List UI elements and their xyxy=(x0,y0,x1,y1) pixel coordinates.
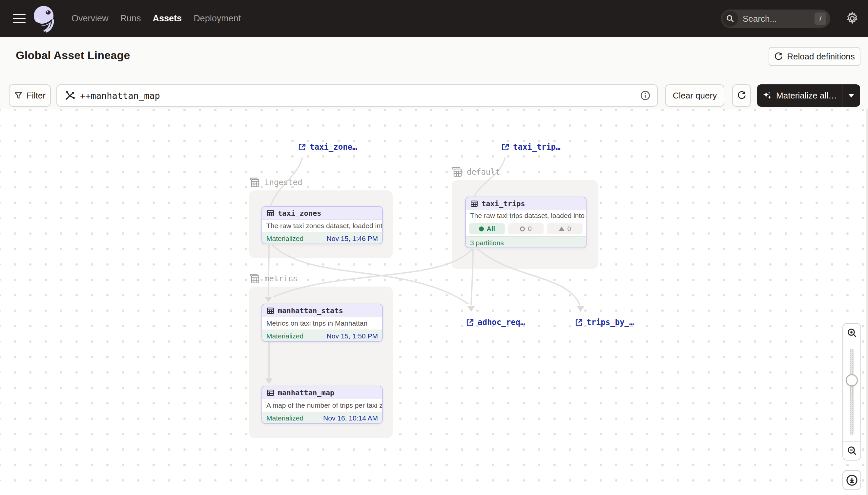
asset-description: The raw taxi trips dataset, loaded into … xyxy=(466,210,586,221)
refresh-graph-button[interactable] xyxy=(732,84,751,107)
table-icon xyxy=(470,200,478,208)
asset-selection-value: ++manhattan_map xyxy=(80,90,635,101)
filter-funnel-icon xyxy=(14,91,23,100)
missing-ring-icon xyxy=(520,226,525,232)
group-name: metrics xyxy=(264,274,298,283)
external-asset-label: taxi_zone… xyxy=(310,142,357,152)
clear-query-button[interactable]: Clear query xyxy=(665,84,724,107)
materialized-status: Materialized xyxy=(266,235,303,243)
asset-node-taxi-trips[interactable]: taxi_trips The raw taxi trips dataset, l… xyxy=(465,197,587,248)
asset-description: A map of the number of trips per taxi z.… xyxy=(262,399,382,412)
search-shortcut-badge: / xyxy=(815,13,826,25)
lineage-graph-canvas[interactable] xyxy=(0,109,868,495)
filter-button[interactable]: Filter xyxy=(9,84,51,107)
group-table-icon xyxy=(249,176,261,188)
materialized-status: Materialized xyxy=(266,414,303,422)
table-icon xyxy=(266,389,274,397)
search-input[interactable]: Search... / xyxy=(721,10,830,28)
search-placeholder: Search... xyxy=(743,14,815,24)
reload-definitions-button[interactable]: Reload definitions xyxy=(768,47,861,66)
info-icon[interactable] xyxy=(640,90,651,101)
asset-title: manhattan_map xyxy=(278,389,334,397)
zoom-slider-handle[interactable] xyxy=(846,374,858,386)
zoom-out-button[interactable] xyxy=(843,441,861,460)
external-link-icon xyxy=(501,143,510,151)
asset-node-header: manhattan_stats xyxy=(262,304,382,317)
group-label-metrics[interactable]: metrics xyxy=(249,273,298,285)
asset-node-taxi-zones[interactable]: taxi_zones The raw taxi zones dataset, l… xyxy=(262,206,383,244)
materialize-options-dropdown[interactable] xyxy=(843,94,860,98)
sparkles-icon xyxy=(762,90,772,100)
menu-hamburger-icon[interactable] xyxy=(13,12,26,25)
external-asset-label: taxi_trip… xyxy=(513,142,561,152)
group-label-ingested[interactable]: ingested xyxy=(249,176,302,188)
zoom-out-icon xyxy=(847,445,857,456)
materialized-timestamp: Nov 16, 10:14 AM xyxy=(323,414,378,422)
asset-node-header: manhattan_map xyxy=(262,386,382,399)
nav-item-runs[interactable]: Runs xyxy=(120,14,141,24)
page-header: Global Asset Lineage Reload definitions … xyxy=(0,37,868,109)
vertical-scrollbar[interactable] xyxy=(866,109,868,495)
asset-node-footer: 3 partitions xyxy=(466,236,586,248)
external-link-icon xyxy=(298,143,306,151)
external-asset-trips-by[interactable]: trips_by_… xyxy=(575,318,634,327)
materialize-all-button[interactable]: Materialize all… xyxy=(757,84,860,107)
asset-node-footer: Materialized Nov 15, 1:50 PM xyxy=(262,329,382,342)
page-title: Global Asset Lineage xyxy=(16,49,130,62)
external-asset-adhoc-req[interactable]: adhoc_req… xyxy=(466,318,525,327)
zoom-controls xyxy=(843,323,861,461)
partitions-missing-badge[interactable]: 0 xyxy=(508,223,544,234)
asset-node-manhattan-map[interactable]: manhattan_map A map of the number of tri… xyxy=(262,386,383,424)
graph-query-icon xyxy=(64,90,75,101)
asset-node-footer: Materialized Nov 15, 1:46 PM xyxy=(262,232,382,244)
reload-definitions-label: Reload definitions xyxy=(787,52,855,62)
search-icon xyxy=(722,11,738,27)
group-table-icon xyxy=(451,166,463,178)
asset-title: taxi_zones xyxy=(278,209,321,217)
materialize-all-label: Materialize all… xyxy=(776,90,837,101)
primary-nav: Overview Runs Assets Deployment xyxy=(72,0,241,37)
chevron-down-icon xyxy=(848,94,854,98)
external-asset-label: adhoc_req… xyxy=(478,318,525,327)
dagster-logo-icon[interactable] xyxy=(33,5,56,33)
asset-node-footer: Materialized Nov 16, 10:14 AM xyxy=(262,412,382,424)
materialize-all-main[interactable]: Materialize all… xyxy=(757,90,842,101)
top-navigation-bar: Overview Runs Assets Deployment Search..… xyxy=(0,0,868,37)
nav-item-deployment[interactable]: Deployment xyxy=(194,14,241,24)
clear-query-label: Clear query xyxy=(673,90,717,101)
asset-node-header: taxi_trips xyxy=(466,197,586,210)
badge-label: 0 xyxy=(568,225,571,233)
refresh-icon xyxy=(737,91,746,100)
group-label-default[interactable]: default xyxy=(451,166,500,178)
filter-label: Filter xyxy=(26,90,46,101)
external-asset-taxi-trip[interactable]: taxi_trip… xyxy=(501,142,561,152)
recenter-graph-button[interactable] xyxy=(843,470,861,490)
settings-gear-icon[interactable] xyxy=(844,10,861,27)
asset-node-manhattan-stats[interactable]: manhattan_stats Metrics on taxi trips in… xyxy=(262,304,383,342)
refresh-icon xyxy=(774,52,783,61)
table-icon xyxy=(266,307,274,315)
asset-title: manhattan_stats xyxy=(278,307,343,315)
zoom-in-icon xyxy=(847,328,857,338)
external-asset-label: trips_by_… xyxy=(587,318,634,327)
warning-triangle-icon xyxy=(559,226,565,231)
asset-description: Metrics on taxi trips in Manhattan xyxy=(262,317,382,329)
external-asset-taxi-zone[interactable]: taxi_zone… xyxy=(298,142,357,152)
nav-item-overview[interactable]: Overview xyxy=(72,14,109,24)
materialized-timestamp: Nov 15, 1:50 PM xyxy=(327,332,378,340)
partitions-all-badge[interactable]: All xyxy=(469,223,505,234)
partition-status-badges: All 0 0 xyxy=(466,221,586,236)
zoom-in-button[interactable] xyxy=(843,324,861,342)
nav-item-assets[interactable]: Assets xyxy=(153,14,182,24)
partitions-failed-badge[interactable]: 0 xyxy=(547,223,583,234)
external-link-icon xyxy=(466,318,474,327)
asset-selection-input[interactable]: ++manhattan_map xyxy=(56,84,658,107)
zoom-slider-track[interactable] xyxy=(850,348,854,435)
materialized-timestamp: Nov 15, 1:46 PM xyxy=(327,235,378,243)
success-dot-icon xyxy=(479,226,484,232)
badge-label: 0 xyxy=(528,225,531,233)
table-icon xyxy=(266,209,274,217)
group-name: ingested xyxy=(264,178,302,187)
asset-description: The raw taxi zones dataset, loaded int..… xyxy=(262,220,382,232)
materialized-status: Materialized xyxy=(266,332,303,340)
